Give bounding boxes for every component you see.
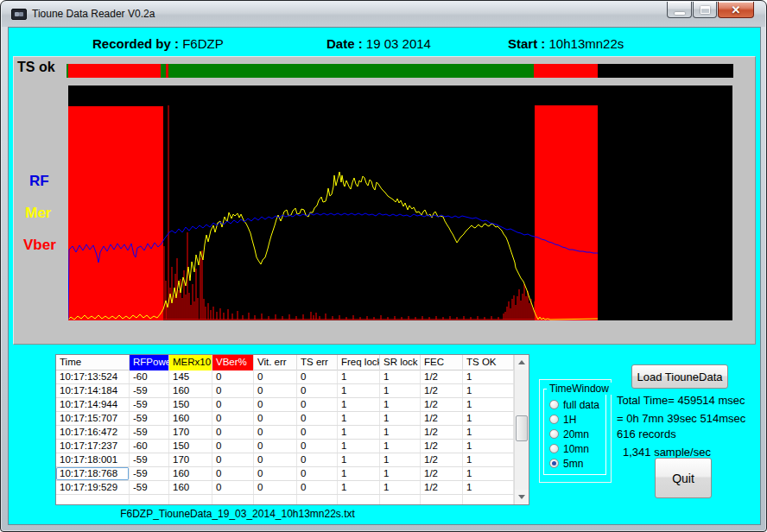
table-cell[interactable]: 10:17:14:944	[56, 398, 130, 411]
table-cell[interactable]: 0	[212, 481, 254, 494]
table-cell[interactable]: 0	[297, 384, 338, 397]
table-cell[interactable]: 1/2	[421, 453, 463, 466]
table-cell[interactable]: 0	[212, 384, 254, 397]
radio-option-5mn[interactable]: 5mn	[549, 456, 599, 471]
table-row[interactable]: 10:17:16:472-59170000111/21	[56, 426, 514, 440]
column-header[interactable]: TS err	[297, 355, 338, 370]
table-row[interactable]: 10:17:14:944-59150000111/21	[56, 398, 514, 412]
radio-option-10mn[interactable]: 10mn	[549, 441, 599, 456]
scrollbar-thumb[interactable]	[516, 415, 528, 441]
table-cell[interactable]: -59	[130, 467, 169, 480]
close-button[interactable]: ✕	[718, 2, 754, 18]
radio-option-20mn[interactable]: 20mn	[549, 427, 599, 441]
table-cell[interactable]: 1	[338, 481, 380, 494]
table-cell[interactable]: -60	[130, 370, 169, 383]
table-cell[interactable]: 1	[380, 384, 421, 397]
radio-button-icon[interactable]	[549, 400, 559, 409]
table-cell[interactable]: 1	[380, 370, 421, 383]
column-header[interactable]: MERx10	[169, 355, 212, 370]
table-cell[interactable]: 0	[254, 426, 297, 439]
table-cell[interactable]: 0	[297, 481, 338, 494]
table-cell[interactable]: 1	[463, 467, 514, 480]
radio-button-icon[interactable]	[549, 444, 559, 453]
table-cell[interactable]: 0	[297, 453, 338, 466]
scroll-down-button[interactable]	[515, 490, 529, 504]
column-header[interactable]: FEC	[421, 355, 463, 370]
table-cell[interactable]: 0	[297, 370, 338, 383]
table-cell[interactable]: 150	[169, 398, 212, 411]
table-cell[interactable]: 1	[380, 398, 421, 411]
table-cell[interactable]: 10:17:19:529	[56, 481, 130, 494]
minimize-button[interactable]	[667, 2, 692, 18]
titlebar[interactable]: Tioune Data Reader V0.2a ✕	[2, 2, 765, 27]
table-cell[interactable]: 1	[338, 370, 380, 383]
table-cell[interactable]: 1	[380, 440, 421, 453]
radio-button-icon[interactable]	[549, 415, 559, 424]
table-cell[interactable]: 0	[297, 440, 338, 453]
table-cell[interactable]: 1/2	[421, 440, 463, 453]
table-cell[interactable]: 1	[338, 453, 380, 466]
table-cell[interactable]: -59	[130, 412, 169, 425]
table-cell[interactable]: 10:17:18:768	[56, 467, 130, 480]
table-cell[interactable]: 1	[380, 426, 421, 439]
table-row[interactable]: 10:17:14:184-59160000111/21	[56, 384, 514, 398]
table-cell[interactable]: 10:17:18:001	[56, 453, 130, 466]
table-cell[interactable]: 0	[212, 440, 254, 453]
table-cell[interactable]: 0	[212, 370, 254, 383]
table-cell[interactable]: 170	[169, 426, 212, 439]
table-cell[interactable]: 0	[297, 467, 338, 480]
table-cell[interactable]: 1/2	[421, 384, 463, 397]
table-cell[interactable]: 1/2	[421, 412, 463, 425]
table-cell[interactable]: 0	[254, 440, 297, 453]
table-cell[interactable]: 160	[169, 412, 212, 425]
table-row[interactable]: 10:17:17:237-60150000111/21	[56, 440, 514, 453]
scroll-up-button[interactable]	[515, 355, 529, 370]
table-cell[interactable]: 1	[463, 453, 514, 466]
table-cell[interactable]: 1	[380, 467, 421, 480]
table-cell[interactable]: -59	[130, 384, 169, 397]
table-cell[interactable]: 0	[212, 453, 254, 466]
table-cell[interactable]: 10:17:16:472	[56, 426, 130, 439]
table-cell[interactable]: 150	[169, 440, 212, 453]
column-header[interactable]: TS OK	[463, 355, 514, 370]
maximize-button[interactable]	[693, 2, 717, 18]
table-row[interactable]: 10:17:18:001-59170000111/21	[56, 453, 514, 467]
table-cell[interactable]: 1	[338, 440, 380, 453]
table-cell[interactable]: 0	[297, 412, 338, 425]
table-row[interactable]: 10:17:19:529-59160000111/21	[56, 481, 514, 495]
table-cell[interactable]: -59	[130, 481, 169, 494]
table-cell[interactable]: -59	[130, 398, 169, 411]
table-cell[interactable]: 0	[212, 398, 254, 411]
table-cell[interactable]: 0	[254, 412, 297, 425]
table-cell[interactable]: 0	[254, 467, 297, 480]
table-vertical-scrollbar[interactable]	[514, 355, 529, 504]
radio-button-icon[interactable]	[549, 459, 559, 468]
table-cell[interactable]: 10:17:14:184	[56, 384, 130, 397]
table-cell[interactable]: 1	[463, 412, 514, 425]
table-cell[interactable]: 1/2	[421, 426, 463, 439]
table-cell[interactable]: 170	[169, 453, 212, 466]
table-cell[interactable]: 1	[463, 398, 514, 411]
load-tiounedata-button[interactable]: Load TiouneData	[631, 364, 728, 389]
table-cell[interactable]: 160	[169, 384, 212, 397]
column-header[interactable]: Freq lock	[338, 355, 380, 370]
radio-button-icon[interactable]	[549, 429, 559, 439]
table-cell[interactable]: 1	[338, 426, 380, 439]
table-cell[interactable]: 1	[338, 467, 380, 480]
column-header[interactable]: RFPower	[130, 355, 169, 370]
table-cell[interactable]: 160	[169, 467, 212, 480]
column-header[interactable]: Time	[56, 355, 130, 370]
table-cell[interactable]: 1	[338, 398, 380, 411]
table-cell[interactable]: -59	[130, 453, 169, 466]
table-cell[interactable]: 0	[254, 384, 297, 397]
table-cell[interactable]: 145	[169, 370, 212, 383]
table-cell[interactable]: 0	[254, 481, 297, 494]
data-table[interactable]: TimeRFPowerMERx10VBer%Vit. errTS errFreq…	[55, 354, 529, 505]
table-cell[interactable]: 1	[463, 384, 514, 397]
table-cell[interactable]: 1/2	[421, 398, 463, 411]
table-cell[interactable]: 10:17:13:524	[56, 370, 130, 383]
column-header[interactable]: VBer%	[212, 355, 254, 370]
table-cell[interactable]: 1	[463, 481, 514, 494]
table-cell[interactable]: 1	[463, 426, 514, 439]
table-cell[interactable]: -59	[130, 426, 169, 439]
